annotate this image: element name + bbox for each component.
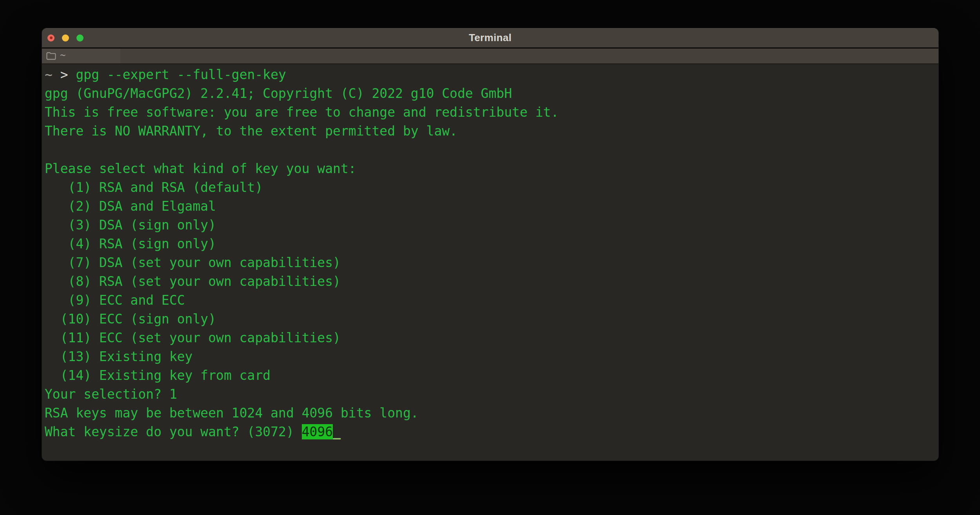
terminal-line [45, 141, 935, 159]
text-segment: (8) RSA (set your own capabilities) [45, 274, 341, 289]
text-segment: This is free software: you are free to c… [45, 105, 559, 120]
desktop-background: { "colors": { "desktop_bg": "#060606", "… [0, 0, 980, 515]
terminal-line: (2) DSA and Elgamal [45, 197, 935, 216]
terminal-line: There is NO WARRANTY, to the extent perm… [45, 122, 935, 141]
text-segment: (1) RSA and RSA (default) [45, 180, 263, 195]
prompt-path: ~ [45, 67, 53, 82]
command-text: gpg --expert --full-gen-key [76, 67, 286, 82]
tab-bar: ~ [42, 49, 938, 64]
terminal-line: RSA keys may be between 1024 and 4096 bi… [45, 404, 935, 423]
text-segment: (7) DSA (set your own capabilities) [45, 255, 341, 270]
text-segment: Your selection? 1 [45, 387, 177, 402]
tab-home[interactable]: ~ [42, 49, 120, 63]
folder-icon [46, 52, 56, 60]
terminal-line: (10) ECC (sign only) [45, 310, 935, 329]
selected-input: 4096 [302, 424, 333, 439]
edited-indicator-dot [50, 36, 53, 39]
cursor: _ [333, 424, 341, 439]
text-segment [68, 67, 76, 82]
title-bar[interactable]: Terminal [42, 28, 938, 49]
text-segment: (4) RSA (sign only) [45, 236, 216, 251]
text-segment: (13) Existing key [45, 349, 193, 364]
text-segment: (14) Existing key from card [45, 368, 270, 383]
terminal-line: This is free software: you are free to c… [45, 103, 935, 122]
window-title: Terminal [469, 32, 512, 44]
text-segment: (2) DSA and Elgamal [45, 199, 216, 214]
text-segment: gpg (GnuPG/MacGPG2) 2.2.41; Copyright (C… [45, 86, 512, 101]
terminal-line: (4) RSA (sign only) [45, 235, 935, 253]
terminal-window: Terminal ~ ~ > gpg --expert --full-gen-k… [42, 28, 938, 461]
text-segment: There is NO WARRANTY, to the extent perm… [45, 123, 457, 139]
zoom-button[interactable] [76, 34, 83, 42]
terminal-line: gpg (GnuPG/MacGPG2) 2.2.41; Copyright (C… [45, 84, 935, 103]
terminal-line: (3) DSA (sign only) [45, 216, 935, 235]
text-segment: (3) DSA (sign only) [45, 217, 216, 233]
terminal-line: (8) RSA (set your own capabilities) [45, 272, 935, 291]
text-segment: (9) ECC and ECC [45, 293, 185, 308]
close-button[interactable] [47, 34, 54, 42]
traffic-lights [47, 28, 83, 47]
minimize-button[interactable] [62, 34, 69, 42]
tab-label: ~ [60, 51, 65, 60]
terminal-line: Your selection? 1 [45, 385, 935, 404]
terminal-line: (7) DSA (set your own capabilities) [45, 253, 935, 272]
text-segment: (10) ECC (sign only) [45, 311, 216, 327]
terminal-line: (11) ECC (set your own capabilities) [45, 329, 935, 347]
terminal-line: Please select what kind of key you want: [45, 159, 935, 178]
text-segment: (11) ECC (set your own capabilities) [45, 330, 341, 345]
prompt-symbol: > [60, 67, 68, 82]
terminal-line: (1) RSA and RSA (default) [45, 178, 935, 197]
terminal-line: What keysize do you want? (3072) 4096_ [45, 423, 935, 441]
terminal-line: (9) ECC and ECC [45, 291, 935, 310]
terminal-line: ~ > gpg --expert --full-gen-key [45, 65, 935, 84]
text-segment [53, 67, 60, 82]
text-segment: RSA keys may be between 1024 and 4096 bi… [45, 405, 419, 421]
terminal-line: (14) Existing key from card [45, 366, 935, 385]
text-segment: Please select what kind of key you want: [45, 161, 356, 176]
terminal-line: (13) Existing key [45, 347, 935, 366]
text-segment: What keysize do you want? (3072) [45, 424, 302, 439]
terminal-output[interactable]: ~ > gpg --expert --full-gen-keygpg (GnuP… [42, 64, 938, 461]
